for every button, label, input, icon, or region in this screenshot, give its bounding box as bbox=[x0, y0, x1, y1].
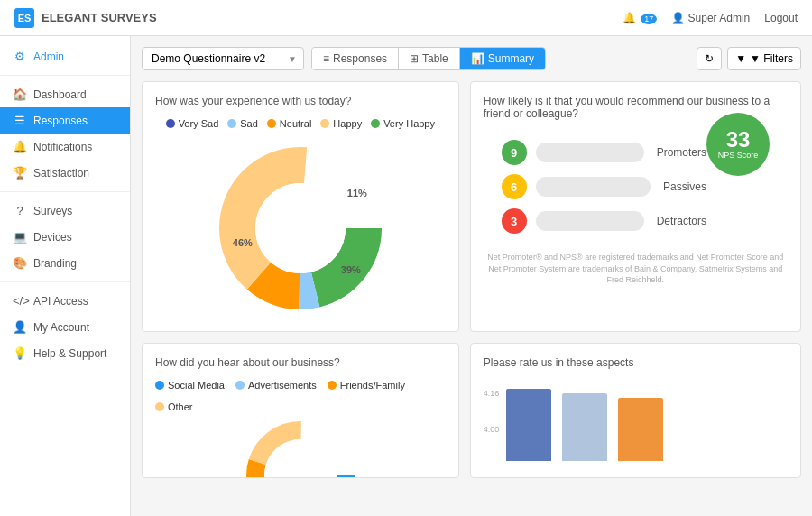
code-icon: </> bbox=[13, 294, 27, 308]
sidebar-divider-3 bbox=[0, 281, 130, 282]
chart-icon: 📊 bbox=[471, 52, 484, 65]
bell-icon: 🔔 bbox=[13, 140, 27, 153]
sidebar-divider-1 bbox=[0, 75, 130, 76]
sidebar-item-responses[interactable]: ☰ Responses bbox=[0, 107, 130, 134]
nps-row-detractors: 3 Detractors bbox=[502, 208, 706, 234]
sidebar-admin-label: ⚙ Admin bbox=[0, 43, 130, 69]
legend-dot-very-happy bbox=[371, 119, 380, 128]
legend-happy: Happy bbox=[320, 118, 362, 129]
header: ES ELEGANT SURVEYS 🔔 17 👤 Super Admin Lo… bbox=[0, 0, 812, 36]
hear-donut-svg bbox=[246, 421, 355, 478]
nps-score-circle: 33 NPS Score bbox=[706, 113, 770, 176]
legend-dot-ads bbox=[235, 381, 245, 390]
bar-chart-container: 4.16 4.00 bbox=[484, 380, 788, 461]
legend-dot-friends bbox=[328, 381, 337, 390]
logout-link[interactable]: Logout bbox=[764, 12, 798, 24]
sidebar-item-api-access[interactable]: </> API Access bbox=[0, 288, 130, 314]
legend-dot-sad bbox=[227, 119, 236, 128]
sidebar-item-label: Branding bbox=[33, 257, 77, 270]
nps-disclaimer: Net Promoter® and NPS® are registered tr… bbox=[484, 252, 788, 286]
promoters-label: Promoters bbox=[653, 146, 706, 159]
sidebar-item-help-support[interactable]: 💡 Help & Support bbox=[0, 340, 130, 366]
questionnaire-select[interactable]: Demo Questionnaire v2 bbox=[142, 47, 304, 70]
donut-hole bbox=[255, 183, 346, 273]
sidebar-item-surveys[interactable]: ? Surveys bbox=[0, 198, 130, 224]
detractors-label: Detractors bbox=[653, 215, 706, 227]
label-46: 46% bbox=[233, 237, 253, 248]
sidebar-item-devices[interactable]: 💻 Devices bbox=[0, 224, 130, 250]
experience-chart-container: Very Sad Sad Neutral Happy bbox=[155, 118, 446, 318]
bar-group-2 bbox=[562, 393, 607, 461]
nps-rows: 9 Promoters 6 Passives bbox=[502, 140, 706, 234]
rate-chart-title: Please rate us in these aspects bbox=[484, 356, 788, 369]
legend-friends: Friends/Family bbox=[328, 380, 405, 391]
filters-button[interactable]: ▼ ▼ Filters bbox=[727, 47, 801, 70]
detractors-circle: 3 bbox=[502, 208, 527, 234]
experience-legend: Very Sad Sad Neutral Happy bbox=[166, 118, 435, 129]
notif-badge: 17 bbox=[641, 14, 657, 24]
promoters-bar bbox=[536, 143, 644, 162]
user-label: 👤 Super Admin bbox=[671, 12, 750, 24]
question-icon: ? bbox=[13, 204, 27, 217]
passives-bar bbox=[536, 177, 651, 197]
sidebar-item-label: My Account bbox=[33, 321, 89, 334]
header-right: 🔔 17 👤 Super Admin Logout bbox=[623, 12, 798, 24]
list-icon: ≡ bbox=[323, 52, 329, 65]
bars-wrapper bbox=[506, 389, 788, 461]
hear-legend: Social Media Advertisements Friends/Fami… bbox=[155, 380, 446, 412]
experience-chart-card: How was your experience with us today? V… bbox=[142, 81, 459, 332]
logo: ES ELEGANT SURVEYS bbox=[14, 8, 157, 28]
device-icon: 💻 bbox=[13, 230, 27, 244]
sidebar-item-label: Help & Support bbox=[33, 347, 106, 360]
legend-very-happy: Very Happy bbox=[371, 118, 435, 129]
promoters-circle: 9 bbox=[502, 140, 527, 165]
sidebar-item-dashboard[interactable]: 🏠 Dashboard bbox=[0, 81, 130, 107]
legend-dot-very-sad bbox=[166, 119, 175, 128]
notifications-button[interactable]: 🔔 17 bbox=[623, 12, 657, 24]
nps-chart-card: How likely is it that you would recommen… bbox=[470, 81, 801, 332]
label-39: 39% bbox=[341, 264, 361, 275]
sidebar-item-my-account[interactable]: 👤 My Account bbox=[0, 314, 130, 340]
nps-content-wrapper: 9 Promoters 6 Passives bbox=[484, 131, 788, 243]
legend-dot-happy bbox=[320, 119, 329, 128]
hear-donut bbox=[155, 421, 446, 478]
sidebar-item-notifications[interactable]: 🔔 Notifications bbox=[0, 134, 130, 160]
tab-responses[interactable]: ≡ Responses bbox=[312, 48, 399, 69]
bar-1 bbox=[506, 389, 551, 461]
sidebar-item-branding[interactable]: 🎨 Branding bbox=[0, 250, 130, 276]
legend-very-sad: Very Sad bbox=[166, 118, 219, 129]
sidebar-item-label: API Access bbox=[33, 295, 88, 308]
sidebar: ⚙ Admin 🏠 Dashboard ☰ Responses 🔔 Notifi… bbox=[0, 36, 131, 516]
detractors-bar bbox=[536, 211, 644, 231]
experience-donut: 46% 39% 11% bbox=[210, 138, 391, 318]
filter-icon: ▼ bbox=[735, 52, 746, 65]
donut-svg bbox=[210, 138, 391, 318]
sidebar-item-label: Dashboard bbox=[33, 88, 87, 101]
rate-chart-card: Please rate us in these aspects 4.16 4.0… bbox=[470, 343, 801, 478]
tab-summary[interactable]: 📊 Summary bbox=[460, 48, 545, 69]
nps-score-label: NPS Score bbox=[718, 151, 759, 160]
bar-group-3 bbox=[618, 398, 663, 461]
legend-other: Other bbox=[155, 401, 193, 412]
tab-table[interactable]: ⊞ Table bbox=[399, 48, 460, 69]
layout: ⚙ Admin 🏠 Dashboard ☰ Responses 🔔 Notifi… bbox=[0, 36, 812, 516]
nps-row-passives: 6 Passives bbox=[502, 174, 706, 199]
sidebar-item-label: Surveys bbox=[33, 205, 72, 217]
refresh-button[interactable]: ↻ bbox=[697, 47, 722, 70]
trophy-icon: 🏆 bbox=[13, 166, 27, 180]
sidebar-item-satisfaction[interactable]: 🏆 Satisfaction bbox=[0, 160, 130, 186]
nps-row-promoters: 9 Promoters bbox=[502, 140, 706, 165]
questionnaire-select-wrapper: Demo Questionnaire v2 ▼ bbox=[142, 47, 304, 70]
bar-group-1 bbox=[506, 389, 551, 461]
bar-2 bbox=[562, 393, 607, 461]
passives-circle: 6 bbox=[502, 174, 527, 199]
cards-grid: How was your experience with us today? V… bbox=[142, 81, 801, 478]
logo-text: ELEGANT SURVEYS bbox=[42, 11, 157, 24]
logo-icon: ES bbox=[14, 8, 34, 28]
toolbar-right: ↻ ▼ ▼ Filters bbox=[697, 47, 801, 70]
help-icon: 💡 bbox=[13, 346, 27, 360]
legend-advertisements: Advertisements bbox=[235, 380, 317, 391]
legend-sad: Sad bbox=[227, 118, 258, 129]
experience-chart-title: How was your experience with us today? bbox=[155, 95, 446, 107]
nps-score-value: 33 bbox=[726, 129, 751, 151]
